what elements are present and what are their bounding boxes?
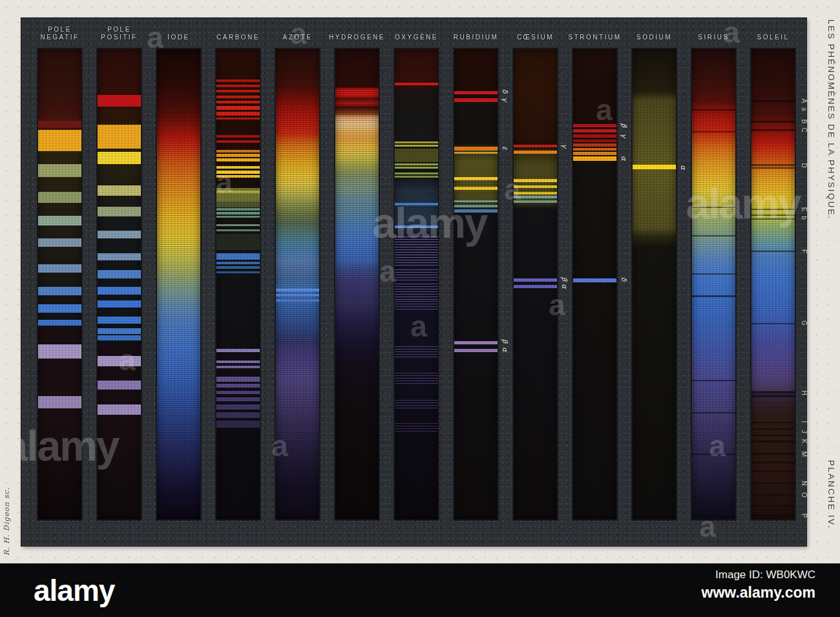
- column-label: AZOTE: [283, 21, 313, 41]
- spectral-band: [573, 148, 616, 151]
- spectral-band: [751, 392, 795, 393]
- column-label-text: POLE: [48, 26, 72, 34]
- spectral-band: [216, 397, 260, 401]
- spectral-band: [751, 251, 795, 252]
- spectral-band: [692, 454, 735, 455]
- spectral-band: [216, 262, 260, 264]
- annotation-letter: δ: [620, 275, 627, 283]
- spectral-band: [216, 212, 260, 214]
- spectral-band: [454, 147, 498, 151]
- spectral-band: [216, 135, 260, 138]
- spectral-band: [514, 200, 557, 203]
- spectral-band: [751, 218, 795, 220]
- watermark-info: Image ID: WB0KWC www.alamy.com: [702, 569, 815, 601]
- fraunhofer-letter: D: [801, 162, 807, 169]
- spectral-band: [395, 141, 438, 143]
- column-label: POLEPOSITIF: [101, 21, 137, 41]
- column-label-text: RUBIDIUM: [454, 34, 498, 41]
- spectral-band: [751, 100, 795, 101]
- spectral-band: [751, 494, 795, 496]
- annotation-letter: ε: [501, 144, 509, 152]
- spectral-band: [454, 341, 498, 344]
- fraunhofer-letter: J: [801, 428, 807, 435]
- plate-number-caption: PLANCHE IV.: [826, 460, 836, 529]
- spectral-band: [395, 176, 438, 178]
- annotation-letter: β: [620, 121, 627, 129]
- spectral-band: [514, 192, 557, 194]
- spectrum-column-iode: IODE: [157, 21, 200, 546]
- column-label-text: IODE: [167, 34, 189, 41]
- spectral-band: [98, 185, 141, 196]
- spectral-band: [38, 164, 81, 177]
- column-label-text: HYDROGENE: [329, 34, 385, 41]
- spectral-band: [573, 143, 616, 146]
- spectrum-strip: βγαδ: [573, 49, 616, 519]
- spectral-band: [38, 287, 81, 295]
- fraunhofer-letter: a: [801, 106, 807, 112]
- spectral-band: [751, 470, 795, 472]
- spectral-band: [751, 435, 795, 436]
- spectral-band: [633, 165, 676, 169]
- spectral-band: [692, 235, 735, 236]
- column-label: CARBONE: [216, 21, 260, 41]
- spectral-band: [216, 377, 260, 381]
- spectral-band: [751, 214, 795, 216]
- spectral-band: [395, 423, 438, 432]
- column-label-text: CARBONE: [216, 34, 260, 41]
- annotation-letter: γ: [620, 132, 627, 140]
- spectral-band: [514, 179, 557, 182]
- spectrum-column-hydrogene: HYDROGENE: [335, 21, 379, 546]
- spectral-band: [216, 118, 260, 120]
- column-label: RUBIDIUM: [454, 21, 498, 41]
- spectral-band: [573, 134, 616, 138]
- spectral-band: [216, 188, 260, 202]
- spectral-band: [98, 253, 141, 260]
- spectral-band: [751, 167, 795, 169]
- spectral-band: [573, 156, 616, 161]
- column-label-text: STRONTIUM: [569, 34, 622, 41]
- spectrum-column-azote: AZOTE: [276, 21, 319, 546]
- spectral-band: [216, 96, 260, 98]
- spectral-band: [454, 91, 498, 94]
- spectral-band: [98, 300, 141, 307]
- fraunhofer-letter: F: [801, 248, 807, 255]
- spectrum-strip: AaBCDEbFGHIJKMNOP: [751, 49, 795, 519]
- spectral-band: [98, 231, 141, 238]
- column-label: STRONTIUM: [569, 21, 622, 41]
- column-label: SOLEIL: [757, 21, 789, 41]
- spectra-plate: POLENEGATIFPOLEPOSITIFIODECARBONEAZOTEHY…: [21, 18, 806, 546]
- spectral-band: [38, 192, 81, 203]
- fraunhofer-letter: G: [801, 320, 807, 326]
- spectral-band: [216, 366, 260, 368]
- annotation-letter: β: [501, 337, 509, 345]
- spectral-band: [98, 381, 141, 390]
- spectral-band: [454, 187, 498, 190]
- spectral-band: [573, 124, 616, 127]
- spectral-band: [395, 149, 438, 162]
- column-label-text: AZOTE: [283, 34, 313, 41]
- spectrum-column-sodium: SODIUMα: [633, 21, 676, 546]
- column-label-text: SODIUM: [636, 34, 672, 41]
- fraunhofer-letter: K: [801, 438, 807, 444]
- column-label: SODIUM: [636, 21, 672, 41]
- spectral-band: [514, 196, 557, 198]
- spectral-band: [751, 121, 795, 122]
- annotation-letter: δ: [501, 87, 509, 95]
- annotation-letter: α: [620, 154, 627, 162]
- spectral-band: [751, 164, 795, 165]
- spectral-band: [751, 422, 795, 423]
- spectral-band: [276, 294, 319, 297]
- spectral-band: [216, 79, 260, 82]
- spectral-band: [395, 173, 438, 174]
- spectral-band: [395, 225, 438, 228]
- fraunhofer-letter: C: [801, 127, 807, 133]
- spectral-band: [514, 185, 557, 188]
- spectral-band: [216, 349, 260, 351]
- spectral-band: [395, 284, 438, 300]
- annotation-letter: α: [679, 163, 687, 171]
- spectral-band: [692, 412, 735, 413]
- spectral-band: [216, 229, 260, 232]
- spectrum-column-pole-positif: POLEPOSITIF: [98, 21, 141, 546]
- fraunhofer-letter: I: [801, 419, 807, 425]
- spectral-band: [98, 335, 141, 341]
